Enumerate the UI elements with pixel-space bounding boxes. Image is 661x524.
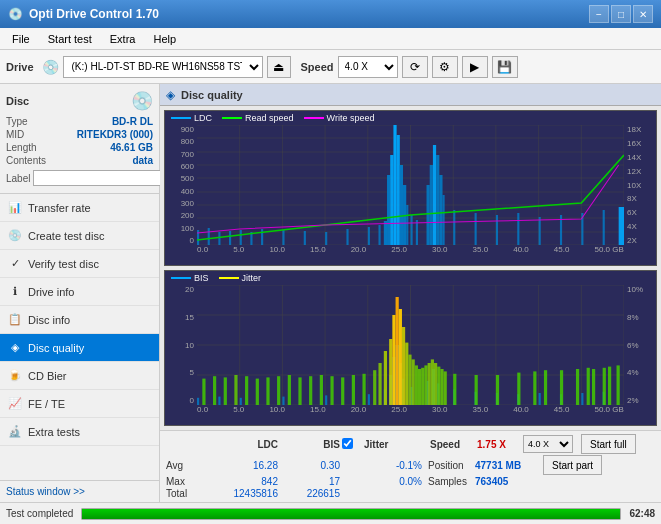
svg-rect-135 xyxy=(475,375,478,405)
quality-panel-title: Disc quality xyxy=(181,89,243,101)
avg-label: Avg xyxy=(166,460,208,471)
svg-rect-42 xyxy=(416,220,418,245)
total-row: Total 12435816 226615 xyxy=(166,488,655,499)
speed-col-header: Speed xyxy=(430,439,475,450)
nav-create-test-disc-label: Create test disc xyxy=(28,230,104,242)
avg-row: Avg 16.28 0.30 -0.1% Position 47731 MB S… xyxy=(166,455,655,475)
jitter-checkbox-wrapper xyxy=(342,438,362,451)
save-button[interactable]: 💾 xyxy=(492,56,518,78)
quality-header-icon: ◈ xyxy=(166,88,175,102)
svg-rect-36 xyxy=(393,125,396,245)
eject-button[interactable]: ⏏ xyxy=(267,56,291,78)
svg-rect-110 xyxy=(341,377,344,405)
menu-start-test[interactable]: Start test xyxy=(40,31,100,47)
nav-items: 📊 Transfer rate 💿 Create test disc ✓ Ver… xyxy=(0,194,159,480)
nav-verify-test-disc[interactable]: ✓ Verify test disc xyxy=(0,250,159,278)
nav-extra-tests-label: Extra tests xyxy=(28,426,80,438)
svg-rect-128 xyxy=(428,363,431,405)
minimize-button[interactable]: − xyxy=(589,5,609,23)
lower-y-axis-left: 0 5 10 15 20 xyxy=(165,285,197,405)
avg-jitter: -0.1% xyxy=(342,460,422,471)
svg-rect-101 xyxy=(245,376,248,405)
svg-rect-111 xyxy=(352,375,355,405)
disc-mid-value: RITEKDR3 (000) xyxy=(77,129,153,140)
read-speed-color xyxy=(222,117,242,119)
bis-label: BIS xyxy=(194,273,209,283)
start-part-button[interactable]: Start part xyxy=(543,455,602,475)
titlebar-controls: − □ ✕ xyxy=(589,5,653,23)
total-label: Total xyxy=(166,488,208,499)
svg-rect-143 xyxy=(592,369,595,405)
svg-rect-141 xyxy=(576,369,579,405)
nav-transfer-rate-label: Transfer rate xyxy=(28,202,91,214)
nav-cd-bier[interactable]: 🍺 CD Bier xyxy=(0,362,159,390)
speed-label: Speed xyxy=(301,61,334,73)
svg-rect-115 xyxy=(384,351,387,405)
nav-disc-info[interactable]: 📋 Disc info xyxy=(0,306,159,334)
lower-x-axis: 0.0 5.0 10.0 15.0 20.0 25.0 30.0 35.0 40… xyxy=(197,405,624,421)
svg-rect-33 xyxy=(384,221,387,245)
nav-create-test-disc[interactable]: 💿 Create test disc xyxy=(0,222,159,250)
nav-extra-tests[interactable]: 🔬 Extra tests xyxy=(0,418,159,446)
svg-rect-73 xyxy=(197,398,199,405)
svg-rect-123 xyxy=(412,359,415,405)
nav-transfer-rate[interactable]: 📊 Transfer rate xyxy=(0,194,159,222)
svg-rect-138 xyxy=(533,371,536,405)
nav-disc-info-label: Disc info xyxy=(28,314,70,326)
svg-rect-38 xyxy=(400,165,403,245)
svg-rect-131 xyxy=(437,367,440,405)
lower-chart-body: 0 5 10 15 20 2% 4% 6% 8% 10% xyxy=(165,285,656,421)
nav-fe-te[interactable]: 📈 FE / TE xyxy=(0,390,159,418)
status-text: Test completed xyxy=(6,508,73,519)
svg-rect-22 xyxy=(218,232,220,245)
disc-contents-label: Contents xyxy=(6,155,46,166)
svg-rect-132 xyxy=(440,369,443,405)
start-full-button[interactable]: Start full xyxy=(581,434,636,454)
ldc-label: LDC xyxy=(194,113,212,123)
speed-dropdown[interactable]: 4.0 X xyxy=(523,435,573,453)
maximize-button[interactable]: □ xyxy=(611,5,631,23)
samples-label: Samples xyxy=(428,476,473,487)
disc-type-row: Type BD-R DL xyxy=(6,116,153,127)
charts-container: LDC Read speed Write speed 0 10 xyxy=(160,106,661,430)
menu-help[interactable]: Help xyxy=(145,31,184,47)
menu-file[interactable]: File xyxy=(4,31,38,47)
content-area: ◈ Disc quality LDC Read speed xyxy=(160,84,661,502)
disc-contents-row: Contents data xyxy=(6,155,153,166)
total-bis: 226615 xyxy=(280,488,340,499)
refresh-button[interactable]: ⟳ xyxy=(402,56,428,78)
svg-rect-20 xyxy=(197,230,199,245)
status-window-label: Status window >> xyxy=(6,486,85,497)
verify-test-disc-icon: ✓ xyxy=(8,257,22,270)
nav-disc-quality-label: Disc quality xyxy=(28,342,84,354)
disc-panel: Disc 💿 Type BD-R DL MID RITEKDR3 (000) L… xyxy=(0,84,159,194)
drive-icon: 💿 xyxy=(42,59,59,75)
close-button[interactable]: ✕ xyxy=(633,5,653,23)
svg-rect-103 xyxy=(266,377,269,405)
disc-label-input[interactable] xyxy=(33,170,166,186)
settings-button[interactable]: ⚙ xyxy=(432,56,458,78)
svg-rect-34 xyxy=(387,175,390,245)
samples-val: 763405 xyxy=(475,476,535,487)
nav-drive-info[interactable]: ℹ Drive info xyxy=(0,278,159,306)
svg-rect-137 xyxy=(517,373,520,405)
legend-write-speed: Write speed xyxy=(304,113,375,123)
svg-rect-95 xyxy=(581,393,583,405)
status-bar: Test completed 62:48 xyxy=(0,502,661,524)
jitter-color xyxy=(219,277,239,279)
menu-extra[interactable]: Extra xyxy=(102,31,144,47)
create-test-disc-icon: 💿 xyxy=(8,229,22,242)
drive-select[interactable]: (K:) HL-DT-ST BD-RE WH16NS58 TST4 xyxy=(63,56,263,78)
svg-rect-57 xyxy=(619,207,624,245)
nav-disc-quality[interactable]: ◈ Disc quality xyxy=(0,334,159,362)
test-button[interactable]: ▶ xyxy=(462,56,488,78)
status-window-button[interactable]: Status window >> xyxy=(0,480,159,502)
legend-read-speed: Read speed xyxy=(222,113,294,123)
speed-select[interactable]: 4.0 X xyxy=(338,56,398,78)
svg-rect-108 xyxy=(320,375,323,405)
svg-rect-53 xyxy=(539,217,541,245)
nav-verify-test-disc-label: Verify test disc xyxy=(28,258,99,270)
svg-rect-109 xyxy=(330,376,333,405)
svg-rect-29 xyxy=(325,232,327,245)
jitter-checkbox[interactable] xyxy=(342,438,353,449)
